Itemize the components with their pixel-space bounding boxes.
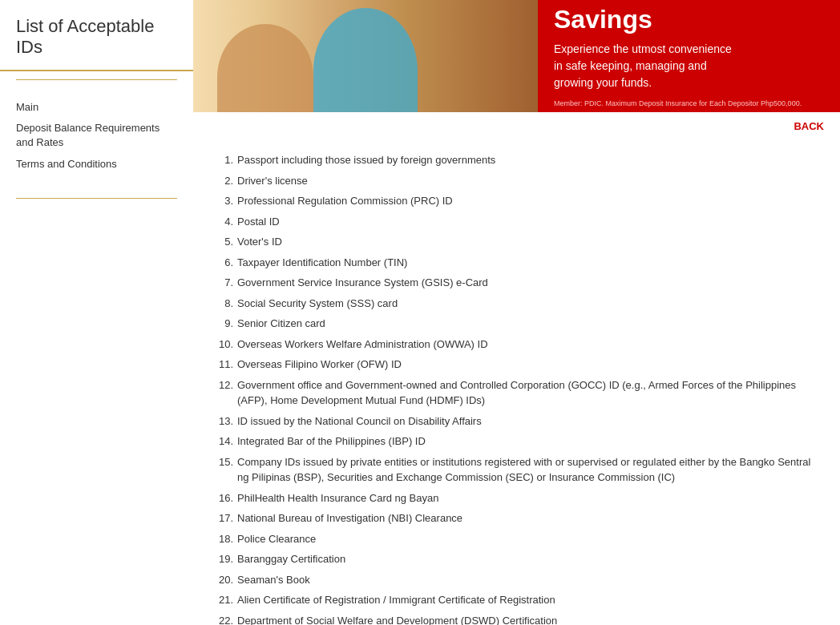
list-item-number: 14. [209, 433, 233, 450]
page-wrapper: List of Acceptable IDs Main Deposit Bala… [0, 0, 840, 625]
list-item-number: 7. [209, 275, 233, 291]
sidebar-divider-bottom [16, 198, 177, 199]
list-item: 7.Government Service Insurance System (G… [209, 275, 824, 291]
list-item-text: Government office and Government-owned a… [237, 377, 824, 409]
list-item: 13.ID issued by the National Council on … [209, 413, 824, 429]
list-item: 16.PhilHealth Health Insurance Card ng B… [209, 490, 824, 506]
page-title: List of Acceptable IDs [0, 0, 193, 71]
list-item-text: Social Security System (SSS) card [237, 296, 824, 312]
list-item: 3.Professional Regulation Commission (PR… [209, 193, 824, 209]
list-item-number: 18. [209, 531, 233, 547]
sidebar: List of Acceptable IDs Main Deposit Bala… [0, 0, 193, 625]
list-item-number: 6. [209, 255, 233, 271]
list-item-text: Overseas Workers Welfare Administration … [237, 337, 824, 353]
list-item-text: Seaman's Book [237, 572, 824, 588]
id-list: 1.Passport including those issued by for… [209, 152, 824, 625]
list-item-number: 3. [209, 193, 233, 209]
list-item-number: 19. [209, 551, 233, 567]
list-item-number: 13. [209, 413, 233, 429]
back-button[interactable]: BACK [794, 120, 824, 132]
banner: Savings Experience the utmost convenienc… [193, 0, 840, 112]
banner-heading: Savings [554, 5, 824, 34]
list-item-number: 12. [209, 377, 233, 409]
list-item: 20.Seaman's Book [209, 572, 824, 588]
list-item: 11.Overseas Filipino Worker (OFW) ID [209, 357, 824, 373]
list-item: 8.Social Security System (SSS) card [209, 296, 824, 312]
list-item: 5.Voter's ID [209, 234, 824, 250]
nav-item-terms[interactable]: Terms and Conditions [16, 157, 177, 171]
list-item-number: 20. [209, 572, 233, 588]
list-item: 18.Police Clearance [209, 531, 824, 547]
list-item: 1.Passport including those issued by for… [209, 152, 824, 168]
list-item-number: 21. [209, 592, 233, 608]
list-item-text: Government Service Insurance System (GSI… [237, 275, 824, 291]
list-item-number: 8. [209, 296, 233, 312]
list-item-text: Passport including those issued by forei… [237, 152, 824, 168]
list-item: 14.Integrated Bar of the Philippines (IB… [209, 433, 824, 450]
main-content: Savings Experience the utmost convenienc… [193, 0, 840, 625]
list-item-number: 22. [209, 613, 233, 626]
list-item-number: 10. [209, 337, 233, 353]
list-item-text: National Bureau of Investigation (NBI) C… [237, 510, 824, 526]
banner-tagline: Experience the utmost convenience in saf… [554, 41, 824, 91]
list-item-number: 9. [209, 316, 233, 332]
nav-item-deposit[interactable]: Deposit Balance Requirements and Rates [16, 121, 177, 150]
banner-red-section: Savings Experience the utmost convenienc… [538, 0, 840, 112]
list-item: 10.Overseas Workers Welfare Administrati… [209, 337, 824, 353]
list-item: 12.Government office and Government-owne… [209, 377, 824, 409]
list-item-number: 5. [209, 234, 233, 250]
list-item: 2.Driver's license [209, 173, 824, 189]
list-item-text: Senior Citizen card [237, 316, 824, 332]
list-item: 19.Baranggay Certification [209, 551, 824, 567]
list-item-number: 16. [209, 490, 233, 506]
list-item: 22.Department of Social Welfare and Deve… [209, 613, 824, 626]
list-item-number: 15. [209, 454, 233, 486]
sidebar-divider-top [16, 79, 177, 80]
list-item-number: 17. [209, 510, 233, 526]
list-item: 17.National Bureau of Investigation (NBI… [209, 510, 824, 526]
list-item-text: Overseas Filipino Worker (OFW) ID [237, 357, 824, 373]
list-item-number: 2. [209, 173, 233, 189]
list-item: 6.Taxpayer Identification Number (TIN) [209, 255, 824, 271]
content-area: BACK 1.Passport including those issued b… [193, 112, 840, 625]
list-item: 4.Postal ID [209, 214, 824, 230]
banner-footer: Member: PDIC. Maximum Deposit Insurance … [554, 99, 824, 107]
list-item-number: 4. [209, 214, 233, 230]
list-item-text: Baranggay Certification [237, 551, 824, 567]
list-item-text: ID issued by the National Council on Dis… [237, 413, 824, 429]
sidebar-nav: Main Deposit Balance Requirements and Ra… [0, 88, 193, 190]
list-item-text: PhilHealth Health Insurance Card ng Baya… [237, 490, 824, 506]
list-item: 21.Alien Certificate of Registration / I… [209, 592, 824, 608]
list-item-text: Company IDs issued by private entities o… [237, 454, 824, 486]
list-item-number: 11. [209, 357, 233, 373]
list-item-number: 1. [209, 152, 233, 168]
banner-photo [193, 0, 538, 112]
list-item-text: Voter's ID [237, 234, 824, 250]
nav-item-main[interactable]: Main [16, 100, 177, 115]
list-item: 9.Senior Citizen card [209, 316, 824, 332]
list-item: 15.Company IDs issued by private entitie… [209, 454, 824, 486]
list-item-text: Alien Certificate of Registration / Immi… [237, 592, 824, 608]
list-item-text: Postal ID [237, 214, 824, 230]
list-item-text: Integrated Bar of the Philippines (IBP) … [237, 433, 824, 450]
list-item-text: Professional Regulation Commission (PRC)… [237, 193, 824, 209]
list-item-text: Department of Social Welfare and Develop… [237, 613, 824, 626]
list-item-text: Taxpayer Identification Number (TIN) [237, 255, 824, 271]
list-item-text: Driver's license [237, 173, 824, 189]
list-item-text: Police Clearance [237, 531, 824, 547]
